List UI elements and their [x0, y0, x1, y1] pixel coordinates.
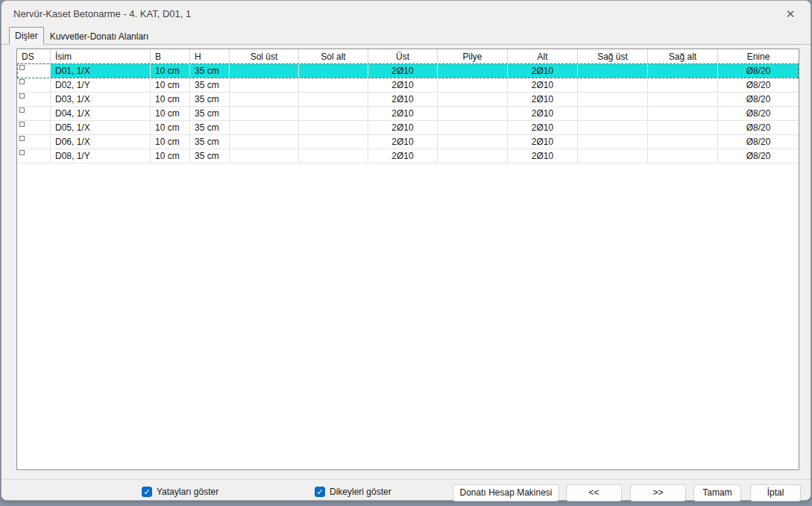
- column-header[interactable]: B: [151, 49, 190, 64]
- table-cell[interactable]: [438, 121, 508, 135]
- column-header[interactable]: H: [190, 49, 230, 64]
- table-cell[interactable]: [648, 149, 718, 163]
- table-cell[interactable]: 2Ø10: [508, 93, 578, 107]
- table-cell[interactable]: [438, 149, 508, 163]
- table-cell[interactable]: D04, 1/X: [51, 107, 151, 121]
- table-row[interactable]: D02, 1/Y10 cm35 cm2Ø102Ø10Ø8/20: [17, 78, 799, 93]
- table-cell[interactable]: 35 cm: [190, 93, 230, 107]
- column-header[interactable]: Sağ alt: [648, 49, 718, 64]
- table-cell[interactable]: D03, 1/X: [51, 93, 151, 107]
- table-cell[interactable]: 2Ø10: [368, 107, 438, 121]
- cancel-button[interactable]: İptal: [750, 484, 801, 502]
- table-cell[interactable]: Ø8/20: [718, 107, 799, 121]
- table-cell[interactable]: [648, 64, 718, 78]
- row-select-cell[interactable]: [17, 78, 51, 93]
- table-cell[interactable]: [578, 135, 648, 149]
- ok-button[interactable]: Tamam: [693, 484, 741, 502]
- table-cell[interactable]: 2Ø10: [368, 93, 438, 107]
- row-checkbox[interactable]: [19, 65, 25, 70]
- table-cell[interactable]: [230, 149, 299, 163]
- table-cell[interactable]: [299, 64, 368, 78]
- table-cell[interactable]: [578, 64, 648, 78]
- table-cell[interactable]: [438, 64, 508, 78]
- table-cell[interactable]: 10 cm: [151, 78, 190, 93]
- table-cell[interactable]: D05, 1/X: [51, 121, 151, 135]
- row-select-cell[interactable]: [17, 149, 51, 163]
- row-checkbox[interactable]: [19, 79, 25, 84]
- column-header[interactable]: Enine: [718, 49, 799, 64]
- table-cell[interactable]: [648, 135, 718, 149]
- table-cell[interactable]: [648, 121, 718, 135]
- table-cell[interactable]: 2Ø10: [508, 64, 578, 78]
- table-cell[interactable]: [438, 93, 508, 107]
- table-cell[interactable]: [299, 135, 368, 149]
- table-row[interactable]: D05, 1/X10 cm35 cm2Ø102Ø10Ø8/20: [17, 121, 799, 135]
- table-cell[interactable]: 10 cm: [151, 149, 190, 163]
- table-cell[interactable]: [648, 107, 718, 121]
- table-cell[interactable]: D01, 1/X: [51, 64, 151, 78]
- table-cell[interactable]: [299, 78, 368, 93]
- table-cell[interactable]: [299, 93, 368, 107]
- row-select-cell[interactable]: [17, 135, 51, 149]
- table-cell[interactable]: 35 cm: [190, 121, 230, 135]
- row-checkbox[interactable]: [19, 93, 25, 99]
- close-icon[interactable]: ✕: [782, 7, 799, 22]
- table-cell[interactable]: 2Ø10: [368, 121, 438, 135]
- tab-disler[interactable]: Dişler: [9, 27, 44, 45]
- table-cell[interactable]: 2Ø10: [508, 107, 578, 121]
- table-cell[interactable]: [230, 93, 299, 107]
- row-select-cell[interactable]: [17, 64, 51, 78]
- table-cell[interactable]: D02, 1/Y: [51, 78, 151, 93]
- table-cell[interactable]: [578, 149, 648, 163]
- table-cell[interactable]: [578, 121, 648, 135]
- table-cell[interactable]: 10 cm: [151, 107, 190, 121]
- show-verticals-checkbox[interactable]: ✓: [315, 487, 325, 497]
- table-cell[interactable]: Ø8/20: [718, 64, 799, 78]
- table-row[interactable]: D08, 1/Y10 cm35 cm2Ø102Ø10Ø8/20: [17, 149, 799, 163]
- table-cell[interactable]: [230, 135, 299, 149]
- table-cell[interactable]: 2Ø10: [368, 149, 438, 163]
- table-cell[interactable]: Ø8/20: [718, 135, 799, 149]
- column-header[interactable]: Alt: [508, 49, 578, 64]
- tab-kuvvetler-donati-alanlari[interactable]: Kuvvetler-Donatı Alanları: [44, 28, 155, 45]
- table-cell[interactable]: [230, 121, 299, 135]
- table-row[interactable]: D01, 1/X10 cm35 cm2Ø102Ø10Ø8/20: [17, 64, 799, 78]
- row-select-cell[interactable]: [17, 93, 51, 107]
- table-cell[interactable]: [230, 64, 299, 78]
- table-cell[interactable]: 10 cm: [151, 64, 190, 78]
- row-select-cell[interactable]: [17, 107, 51, 121]
- table-cell[interactable]: 35 cm: [190, 107, 230, 121]
- table-cell[interactable]: [438, 107, 508, 121]
- table-cell[interactable]: Ø8/20: [718, 121, 799, 135]
- table-row[interactable]: D04, 1/X10 cm35 cm2Ø102Ø10Ø8/20: [17, 107, 799, 121]
- show-horizontals-checkbox[interactable]: ✓: [142, 487, 152, 497]
- table-cell[interactable]: 2Ø10: [368, 135, 438, 149]
- table-cell[interactable]: 2Ø10: [508, 149, 578, 163]
- table-cell[interactable]: 2Ø10: [368, 78, 438, 93]
- table-cell[interactable]: [299, 121, 368, 135]
- row-select-cell[interactable]: [17, 121, 51, 135]
- next-button[interactable]: >>: [630, 484, 686, 502]
- table-cell[interactable]: 35 cm: [190, 135, 230, 149]
- table-cell[interactable]: [578, 107, 648, 121]
- table-cell[interactable]: [230, 107, 299, 121]
- table-cell[interactable]: [578, 78, 648, 93]
- column-header[interactable]: İsim: [51, 49, 151, 64]
- table-cell[interactable]: [648, 78, 718, 93]
- column-header[interactable]: DS: [17, 49, 51, 64]
- table-cell[interactable]: 2Ø10: [508, 78, 578, 93]
- table-cell[interactable]: D08, 1/Y: [51, 149, 151, 163]
- table-cell[interactable]: Ø8/20: [718, 149, 799, 163]
- table-cell[interactable]: [299, 107, 368, 121]
- table-cell[interactable]: 2Ø10: [368, 64, 438, 78]
- table-cell[interactable]: [299, 149, 368, 163]
- table-cell[interactable]: [438, 135, 508, 149]
- table-cell[interactable]: 2Ø10: [508, 121, 578, 135]
- previous-button[interactable]: <<: [566, 484, 622, 502]
- column-header[interactable]: Sol alt: [299, 49, 368, 64]
- row-checkbox[interactable]: [19, 136, 25, 141]
- table-cell[interactable]: [230, 78, 299, 93]
- row-checkbox[interactable]: [19, 150, 25, 155]
- row-checkbox[interactable]: [19, 107, 25, 113]
- table-cell[interactable]: [438, 78, 508, 93]
